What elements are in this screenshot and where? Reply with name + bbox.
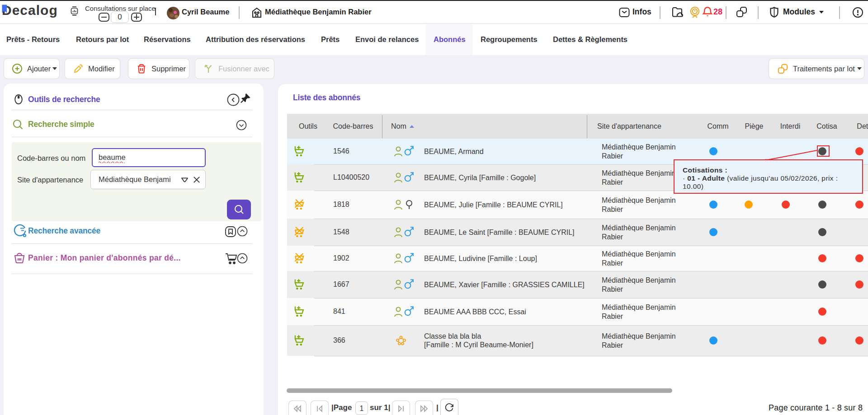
svg-text:Decalog: Decalog [2,3,58,18]
